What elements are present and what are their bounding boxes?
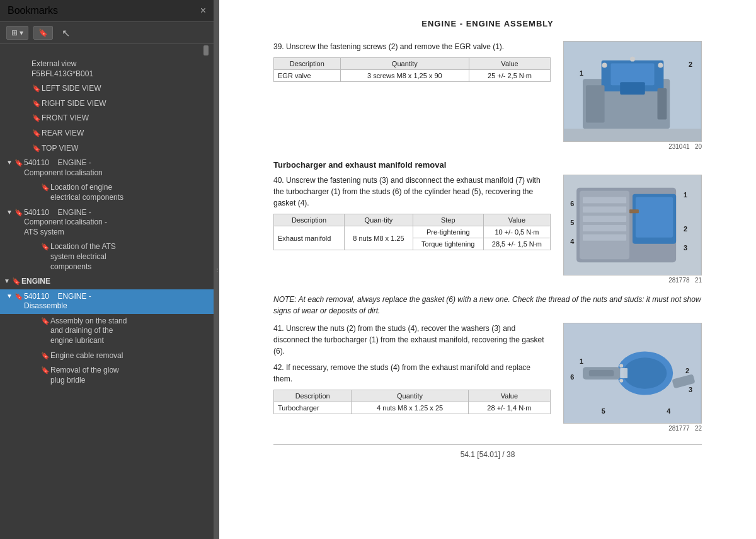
svg-rect-17	[636, 197, 673, 238]
bookmark-add-button[interactable]: 🔖	[33, 26, 53, 40]
tree-item-assembly-stand[interactable]: 🔖 Assembly on the standand draining of t…	[0, 314, 214, 349]
svg-text:6: 6	[570, 200, 574, 207]
sidebar: Bookmarks × ⊞ ▾ 🔖 ↖ External viewF5BFL41…	[0, 0, 214, 539]
tree-item-540110-dis[interactable]: ▼ 🔖 540110 ENGINE -Disassemble	[0, 289, 214, 314]
tree-item-front-view[interactable]: 🔖 FRONT VIEW	[0, 111, 214, 126]
main-content: ENGINE - ENGINE ASSEMBLY 39. Unscrew the…	[219, 0, 756, 539]
svg-rect-6	[620, 82, 645, 95]
sidebar-title: Bookmarks	[8, 5, 58, 16]
cell-step: Torque tightening	[413, 238, 483, 250]
step-39-text: 39. Unscrew the fastening screws (2) and…	[273, 41, 551, 52]
svg-rect-34	[589, 370, 614, 376]
tree-item-label: Location of engineelectrical components	[50, 183, 209, 202]
cursor-icon: ↖	[62, 27, 70, 39]
step-42-number: 42.	[273, 363, 284, 372]
svg-text:6: 6	[570, 373, 574, 381]
close-button[interactable]: ×	[200, 6, 206, 16]
step-42-image-col: 1 2 3 4 5 6 281777 22	[563, 323, 702, 432]
tree-item-label: External viewF5BFL413G*B001	[32, 59, 209, 79]
svg-rect-22	[583, 235, 626, 241]
image-3-caption: 281777 22	[563, 425, 702, 432]
cell-description: EGR valve	[274, 70, 341, 82]
cell-value: 28,5 +/- 1,5 N·m	[483, 238, 550, 250]
step-39-number: 39.	[273, 42, 284, 51]
tree-item-540110-ats[interactable]: ▼ 🔖 540110 ENGINE -Component localisatio…	[0, 206, 214, 240]
tree-item-540110-comp[interactable]: ▼ 🔖 540110 ENGINE -Component localisatio…	[0, 156, 214, 180]
sidebar-tree: External viewF5BFL413G*B001 🔖 LEFT SIDE …	[0, 44, 214, 539]
tree-item-rear-view[interactable]: 🔖 REAR VIEW	[0, 126, 214, 141]
step-41-text: 41. Unscrew the nuts (2) from the studs …	[273, 323, 551, 357]
engine-svg-1: 2 1	[564, 42, 701, 141]
page-number: 54.1 [54.01] / 38	[461, 450, 515, 459]
svg-text:1: 1	[580, 69, 583, 77]
svg-text:3: 3	[684, 244, 687, 252]
step-40-section: 40. Unscrew the fastening nuts (3) and d…	[273, 175, 702, 284]
svg-text:3: 3	[689, 386, 692, 393]
tree-item-left-side[interactable]: 🔖 LEFT SIDE VIEW	[0, 81, 214, 96]
col-header-quantity: Quantity	[352, 390, 468, 402]
svg-text:2: 2	[684, 225, 687, 233]
bookmark-icon: 🔖	[32, 144, 42, 153]
bookmark-icon: 🔖	[40, 352, 50, 360]
tree-item-loc-electrical[interactable]: 🔖 Location of engineelectrical component…	[0, 180, 214, 205]
step-40-table: Description Quan-tity Step Value Exhaust…	[273, 214, 551, 250]
bookmark-icon: 🔖	[14, 293, 24, 301]
col-header-value: Value	[483, 214, 550, 226]
page-footer: 54.1 [54.01] / 38	[273, 444, 702, 459]
col-header-quantity: Quan-tity	[345, 214, 413, 226]
cell-step: Pre-tightening	[413, 226, 483, 238]
svg-text:4: 4	[570, 238, 574, 245]
step-41-number: 41.	[273, 324, 284, 333]
svg-point-32	[623, 357, 667, 388]
resize-handle[interactable]: ⋮	[214, 0, 219, 539]
engine-image-3: 1 2 3 4 5 6	[563, 323, 702, 424]
svg-text:1: 1	[684, 191, 687, 199]
step-40-number: 40.	[273, 176, 284, 185]
cell-value: 10 +/- 0,5 N·m	[483, 226, 550, 238]
svg-rect-3	[610, 64, 654, 86]
svg-text:4: 4	[667, 407, 670, 415]
collapse-arrow-icon: ▼	[5, 159, 14, 166]
bookmark-icon: 🔖	[14, 209, 24, 217]
svg-point-38	[619, 379, 623, 383]
svg-text:2: 2	[689, 61, 692, 68]
document-page: ENGINE - ENGINE ASSEMBLY 39. Unscrew the…	[248, 0, 727, 478]
step-39-text-col: 39. Unscrew the fastening screws (2) and…	[273, 41, 551, 150]
table-row: EGR valve 3 screws M8 x 1,25 x 90 25 +/-…	[274, 70, 551, 82]
cell-quantity: 3 screws M8 x 1,25 x 90	[340, 70, 469, 82]
col-header-description: Description	[274, 214, 345, 226]
sidebar-toolbar: ⊞ ▾ 🔖 ↖	[0, 22, 214, 44]
tree-item-glow-plug[interactable]: 🔖 Removal of the glowplug bridle	[0, 363, 214, 388]
col-header-value: Value	[468, 390, 550, 402]
tree-item-loc-ats[interactable]: 🔖 Location of the ATSsystem electricalco…	[0, 240, 214, 274]
collapse-arrow-icon: ▼	[5, 293, 14, 299]
tree-item-ext-view[interactable]: External viewF5BFL413G*B001	[0, 57, 214, 81]
svg-rect-19	[583, 206, 626, 212]
turbo-section-heading: Turbocharger and exhaust manifold remova…	[273, 160, 702, 170]
tree-item-engine-cable[interactable]: 🔖 Engine cable removal	[0, 349, 214, 364]
steps-41-42-section: 41. Unscrew the nuts (2) from the studs …	[273, 323, 702, 432]
col-header-step: Step	[413, 214, 483, 226]
grid-view-button[interactable]: ⊞ ▾	[6, 26, 28, 40]
tree-item-label: Removal of the glowplug bridle	[50, 366, 209, 385]
grid-icon: ⊞	[11, 28, 18, 37]
tree-item-right-side[interactable]: 🔖 RIGHT SIDE VIEW	[0, 96, 214, 112]
table-row: Turbocharger 4 nuts M8 x 1.25 x 25 28 +/…	[274, 402, 551, 414]
svg-rect-36	[620, 368, 627, 378]
bookmark-icon: 🔖	[40, 243, 50, 251]
svg-rect-4	[586, 85, 605, 122]
bookmark-icon: 🔖	[14, 159, 24, 167]
step-39-description: Unscrew the fastening screws (2) and rem…	[286, 42, 504, 51]
resize-dots-icon: ⋮	[215, 267, 219, 272]
cell-value: 28 +/- 1,4 N·m	[468, 402, 550, 414]
col-header-description: Description	[274, 58, 341, 70]
image-2-caption: 281778 21	[563, 277, 702, 284]
svg-point-8	[658, 63, 663, 68]
tree-item-top-view[interactable]: 🔖 TOP VIEW	[0, 141, 214, 156]
tree-item-engine-root[interactable]: ▼ 🔖 ENGINE	[0, 274, 214, 289]
cell-value: 25 +/- 2,5 N·m	[469, 70, 551, 82]
sidebar-header: Bookmarks ×	[0, 0, 214, 22]
tree-item-label: TOP VIEW	[42, 144, 209, 154]
dropdown-arrow-icon: ▾	[20, 28, 23, 37]
svg-text:5: 5	[570, 219, 574, 226]
